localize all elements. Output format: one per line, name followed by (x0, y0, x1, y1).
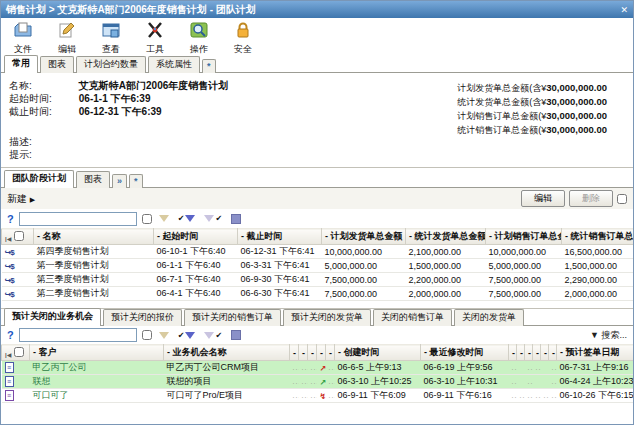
totals-block: 计划发货单总金额(含¥30,000,000.00 统计发货单总金额(含¥30,0… (457, 81, 607, 137)
tab-common[interactable]: 常用 (4, 55, 38, 73)
edit-button[interactable]: 编辑 (521, 190, 565, 207)
select-all-checkbox[interactable] (14, 231, 24, 241)
opps-tab-strip: 预计关闭的业务机会 预计关闭的报价 预计关闭的销售订单 预计关闭的发货单 关闭的… (1, 309, 633, 326)
opps-search-input[interactable] (19, 328, 137, 342)
col-narrow[interactable]: - (525, 345, 533, 361)
team-toolbar-right: 编辑 删除 (521, 190, 627, 207)
team-search-input[interactable] (19, 212, 137, 226)
money-plan-icon: ↪$ (5, 248, 14, 257)
col-end[interactable]: - 截止时间 (238, 229, 322, 245)
col-customer[interactable]: - 客户 (30, 345, 164, 361)
col-stat-ship[interactable]: - 统计发货单总金额 (406, 229, 486, 245)
col-narrow[interactable]: - (517, 345, 525, 361)
filter-apply-icon[interactable]: ✔ (176, 214, 198, 223)
col-plan-order[interactable]: - 计划销售订单总金 (486, 229, 562, 245)
filter-square-icon[interactable] (229, 214, 243, 224)
tab-expected-sales-orders[interactable]: 预计关闭的销售订单 (184, 309, 281, 326)
filter-icon[interactable] (157, 332, 171, 339)
help-icon[interactable]: ? (7, 213, 14, 225)
team-select-checkbox[interactable] (617, 194, 627, 204)
tab-chart[interactable]: 图表 (40, 56, 74, 73)
file-menu-button[interactable]: 文件 (7, 20, 39, 56)
edit-menu-button[interactable]: 编辑 (51, 20, 83, 56)
tab-team-stage-plan[interactable]: 团队阶段计划 (4, 170, 74, 188)
col-opp-name[interactable]: - 业务机会名称 (164, 345, 290, 361)
view-menu-label: 查看 (102, 43, 120, 56)
pin-column-icon: |◀ (5, 236, 11, 242)
view-icon (101, 20, 121, 42)
col-narrow[interactable]: - (317, 345, 326, 361)
opportunity-row[interactable]: ≡ 联想 联想的项目 ... ... ... ↗ ... 06-3-10 上午1… (2, 375, 634, 389)
team-row[interactable]: ↪$ 第一季度销售计划 06-1-1 下午6:40 06-3-31 下午6:41… (2, 259, 634, 273)
team-search-checkbox[interactable] (142, 214, 152, 224)
opps-search-checkbox[interactable] (142, 330, 152, 340)
tab-more[interactable]: * (202, 59, 216, 73)
col-narrow[interactable]: - (541, 345, 549, 361)
tab-expected-shipments[interactable]: 预计关闭的发货单 (283, 309, 371, 326)
select-all-cell: |◀ (2, 345, 30, 361)
close-icon[interactable]: ✕ (620, 5, 628, 15)
customer-link[interactable]: 甲乙丙丁公司 (30, 361, 164, 375)
tools-menu-button[interactable]: 工具 (139, 20, 171, 56)
tab-system-props[interactable]: 系统属性 (148, 56, 200, 73)
opportunity-row[interactable]: ≡ 甲乙丙丁公司 甲乙丙丁公司CRM项目 ... ... ... ↗ ... 0… (2, 361, 634, 375)
filter-apply-icon[interactable]: ✔ (176, 331, 198, 340)
team-row[interactable]: ↪$ 第四季度销售计划 06-10-1 下午6:40 06-12-31 下午6:… (2, 245, 634, 259)
search-expander[interactable]: ▼ 搜索... (590, 329, 627, 342)
opps-search-row: ? ✔ ✔ ▼ 搜索... (1, 326, 633, 344)
tab-team-chart[interactable]: 图表 (76, 171, 110, 188)
filter-icon[interactable] (157, 215, 171, 222)
col-modified[interactable]: - 最近修改时间 (421, 345, 509, 361)
team-row[interactable]: ↪$ 第三季度销售计划 06-7-1 下午6:40 06-9-30 下午6:41… (2, 273, 634, 287)
customer-link[interactable]: 联想 (30, 375, 164, 389)
help-icon[interactable]: ? (7, 329, 14, 341)
pin-column-icon: |◀ (5, 352, 11, 358)
col-plan-ship[interactable]: - 计划发货单总金额 (322, 229, 406, 245)
tab-expected-opportunities[interactable]: 预计关闭的业务机会 (4, 308, 101, 326)
operation-icon (189, 20, 209, 42)
tools-icon (145, 20, 165, 42)
customer-link[interactable]: 可口可了 (30, 389, 164, 403)
filter-check-icon[interactable]: ✔ (202, 214, 224, 223)
col-stat-order[interactable]: - 统计销售订单总金 (562, 229, 634, 245)
tab-team-more[interactable]: * (129, 174, 143, 188)
total-stat-order: 统计销售订单总金额(¥30,000,000.00 (457, 123, 607, 137)
opportunity-row[interactable]: ≡ 可口可了 可口可了Pro/E项目 ... ... ... ↯ ... 06-… (2, 389, 634, 403)
col-narrow[interactable]: - (290, 345, 299, 361)
view-menu-button[interactable]: 查看 (95, 20, 127, 56)
trend-flag-icon: ↗ (320, 364, 326, 373)
tab-closed-sales-orders[interactable]: 关闭的销售订单 (373, 309, 452, 326)
main-tab-strip: 常用 图表 计划合约数量 系统属性 * (1, 56, 633, 73)
main-toolbar: 文件 编辑 查看 工具 操作 安全 (1, 18, 633, 56)
col-narrow[interactable]: - (533, 345, 541, 361)
tab-closed-shipments[interactable]: 关闭的发货单 (454, 309, 524, 326)
file-icon (13, 20, 33, 42)
tab-expected-quotes[interactable]: 预计关闭的报价 (103, 309, 182, 326)
tab-team-next[interactable]: » (112, 174, 127, 188)
lock-icon (233, 20, 253, 42)
operation-menu-button[interactable]: 操作 (183, 20, 215, 56)
col-close-date[interactable]: - 预计签单日期 (557, 345, 634, 361)
filter-square-icon[interactable] (229, 330, 243, 340)
col-start[interactable]: - 起始时间 (154, 229, 238, 245)
hint-label: 提示: (9, 148, 76, 161)
col-narrow[interactable]: - (326, 345, 335, 361)
team-table-header: |◀ - 名称 - 起始时间 - 截止时间 - 计划发货单总金额 - 统计发货单… (2, 229, 634, 245)
total-stat-ship: 统计发货单总金额(含¥30,000,000.00 (457, 95, 607, 109)
tab-plan-contract-qty[interactable]: 计划合约数量 (76, 56, 146, 73)
filter-check-icon[interactable]: ✔ (202, 331, 224, 340)
delete-button[interactable]: 删除 (569, 190, 613, 207)
col-narrow[interactable]: - (549, 345, 557, 361)
security-menu-button[interactable]: 安全 (227, 20, 259, 56)
crm-window: 销售计划 > 艾克斯特A部门2006年度销售计划 - 团队计划 ✕ 文件 编辑 … (0, 0, 634, 425)
team-row[interactable]: ↪$ 第二季度销售计划 06-4-1 下午6:40 06-6-30 下午6:41… (2, 287, 634, 301)
col-created[interactable]: - 创建时间 (335, 345, 421, 361)
col-narrow[interactable]: - (509, 345, 517, 361)
new-button[interactable]: 新建 ▶ (7, 192, 35, 206)
col-narrow[interactable]: - (299, 345, 308, 361)
team-plan-table: |◀ - 名称 - 起始时间 - 截止时间 - 计划发货单总金额 - 统计发货单… (1, 228, 634, 301)
select-all-checkbox[interactable] (14, 347, 24, 357)
end-time-value: 06-12-31 下午6:39 (79, 106, 162, 117)
col-name[interactable]: - 名称 (34, 229, 154, 245)
col-narrow[interactable]: - (308, 345, 317, 361)
